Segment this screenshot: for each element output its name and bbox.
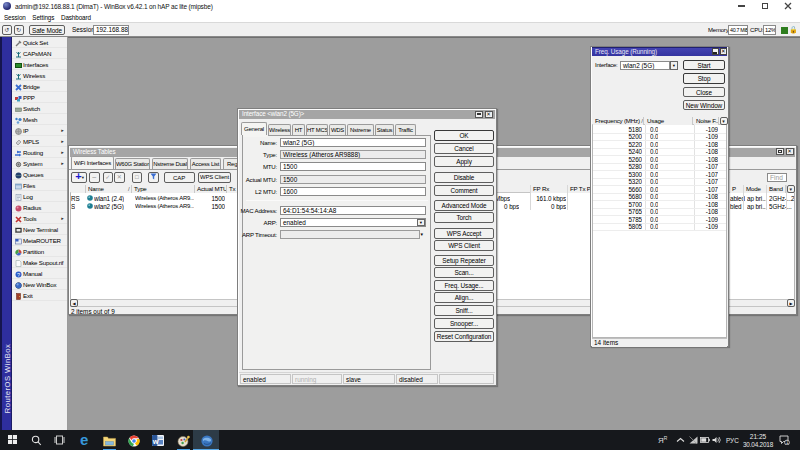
svg-text:?: ?	[17, 272, 20, 278]
svg-text:w: w	[152, 437, 159, 446]
